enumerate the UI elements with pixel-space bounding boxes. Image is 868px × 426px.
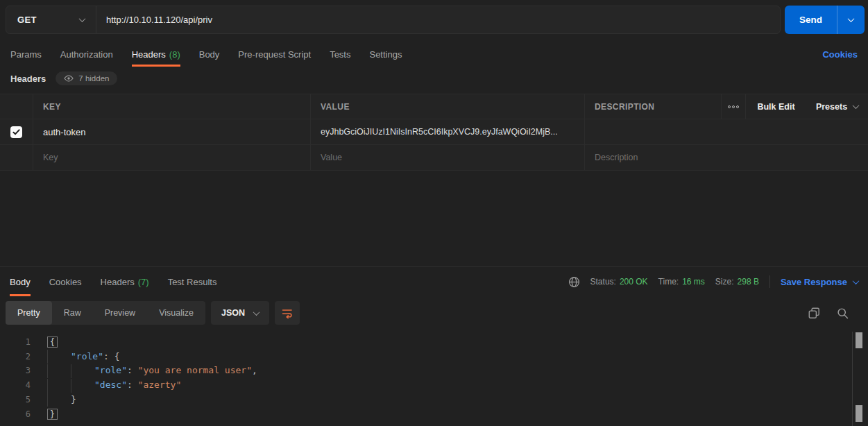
size-indicator: Size: 298 B [715,277,759,287]
request-bar: GET http://10.10.11.120/api/priv Send [6,6,865,34]
hidden-headers-toggle[interactable]: 7 hidden [56,71,117,85]
check-icon [12,129,20,135]
column-key: KEY [33,94,311,119]
time-indicator: Time: 16 ms [658,277,705,287]
chevron-down-icon [848,15,855,22]
format-dropdown[interactable]: JSON [211,301,269,325]
scrollbar-track [852,332,853,426]
code-line: 1 { [0,335,847,350]
view-raw-button[interactable]: Raw [52,301,93,325]
empty-header-row: Key Value Description [0,145,868,171]
tab-settings[interactable]: Settings [369,42,402,67]
chevron-down-icon [853,278,860,284]
row-checkbox-cell [0,119,33,144]
line-number: 5 [0,393,35,407]
url-text: http://10.10.11.120/api/priv [106,15,212,25]
line-number: 6 [0,407,35,422]
headers-count-badge: (8) [169,49,180,60]
scrollbar-thumb[interactable] [856,332,862,348]
tab-authorization[interactable]: Authorization [60,42,113,67]
response-toolbar: Pretty Raw Preview Visualize JSON [6,301,862,325]
response-tab-body[interactable]: Body [10,267,31,296]
url-input[interactable]: http://10.10.11.120/api/priv [96,6,780,33]
row-checkbox[interactable] [10,126,22,138]
code-line: 4 "desc": "azerty" [0,378,847,393]
indent-guide [47,350,71,364]
send-options-button[interactable] [837,6,865,34]
response-tab-headers[interactable]: Headers (7) [101,267,149,296]
header-row-auth-token: auth-token eyJhbGciOiJIUzI1NiIsInR5cCI6I… [0,119,868,145]
send-button[interactable]: Send [785,6,837,34]
headers-table: KEY VALUE DESCRIPTION Bulk Edit Presets [0,94,868,171]
divider [769,275,770,288]
send-button-group: Send [785,6,865,34]
presets-dropdown[interactable]: Presets [806,94,868,119]
network-info-button[interactable] [568,276,580,288]
chevron-down-icon [853,102,860,109]
response-tab-cookies[interactable]: Cookies [49,267,82,296]
row-checkbox-cell [0,145,33,170]
view-visualize-button[interactable]: Visualize [147,301,205,325]
line-number: 3 [0,364,35,378]
tab-params[interactable]: Params [10,42,42,67]
status-indicator: Status: 200 OK [590,277,648,287]
save-response-button[interactable]: Save Response [781,277,858,287]
method-select[interactable]: GET [6,6,96,33]
scrollbar-thumb[interactable] [856,405,862,422]
header-key-field[interactable]: auth-token [33,119,311,144]
more-options-button[interactable] [722,94,745,119]
response-body-viewer[interactable]: 1 { 2 "role": { 3 "role": "you are norma… [0,332,847,426]
size-value: 298 B [738,277,759,287]
response-tab-test-results[interactable]: Test Results [168,267,217,296]
request-tabs: Params Authorization Headers (8) Body Pr… [0,42,868,67]
header-value-field[interactable]: eyJhbGciOiJIUzI1NiIsInR5cCI6IkpXVCJ9.eyJ… [311,119,585,144]
cookies-link[interactable]: Cookies [822,42,858,67]
time-value: 16 ms [682,277,705,287]
fold-toggle[interactable]: { [47,336,58,348]
code-line: 2 "role": { [0,350,847,364]
indent-guide [47,364,71,378]
column-description: DESCRIPTION [585,94,722,119]
tab-body[interactable]: Body [199,42,220,67]
chevron-down-icon [253,309,260,316]
headers-subbar: Headers 7 hidden [10,70,117,87]
line-number: 2 [0,350,35,364]
response-meta: Status: 200 OK Time: 16 ms Size: 298 B S… [568,267,858,296]
method-label: GET [17,15,37,25]
tab-prerequest-script[interactable]: Pre-request Script [238,42,311,67]
wrap-text-icon [282,308,293,318]
indent-guide [71,364,94,378]
copy-button[interactable] [808,307,820,319]
url-compound: GET http://10.10.11.120/api/priv [6,6,781,34]
indent-guide [47,379,71,393]
fold-toggle[interactable]: } [47,409,58,420]
tab-headers[interactable]: Headers (8) [132,42,180,67]
eye-icon [64,75,74,82]
indent-guide [47,393,71,407]
code-line: 6 } [0,407,847,422]
new-key-field[interactable]: Key [33,145,311,170]
chevron-down-icon [79,15,86,22]
new-description-field[interactable]: Description [585,145,868,170]
response-headers-count-badge: (7) [138,277,149,287]
globe-icon [568,276,580,288]
view-preview-button[interactable]: Preview [93,301,147,325]
table-header-row: KEY VALUE DESCRIPTION Bulk Edit Presets [0,94,868,119]
postman-window: GET http://10.10.11.120/api/priv Send Pa… [0,0,868,426]
response-tabs: Body Cookies Headers (7) Test Results [10,267,216,296]
line-number: 4 [0,378,35,393]
copy-icon [808,307,820,319]
bulk-edit-button[interactable]: Bulk Edit [745,94,806,119]
header-description-field[interactable] [585,119,868,144]
new-value-field[interactable]: Value [311,145,585,170]
view-pretty-button[interactable]: Pretty [6,301,52,325]
view-mode-switch: Pretty Raw Preview Visualize [6,301,205,325]
headers-title: Headers [10,74,46,84]
code-line: 5 } [0,393,847,407]
wrap-text-button[interactable] [275,301,300,325]
search-icon [837,307,849,319]
response-header: Body Cookies Headers (7) Test Results [0,267,868,296]
response-pane: Body Cookies Headers (7) Test Results [0,266,868,426]
search-button[interactable] [837,307,849,319]
tab-tests[interactable]: Tests [330,42,350,67]
